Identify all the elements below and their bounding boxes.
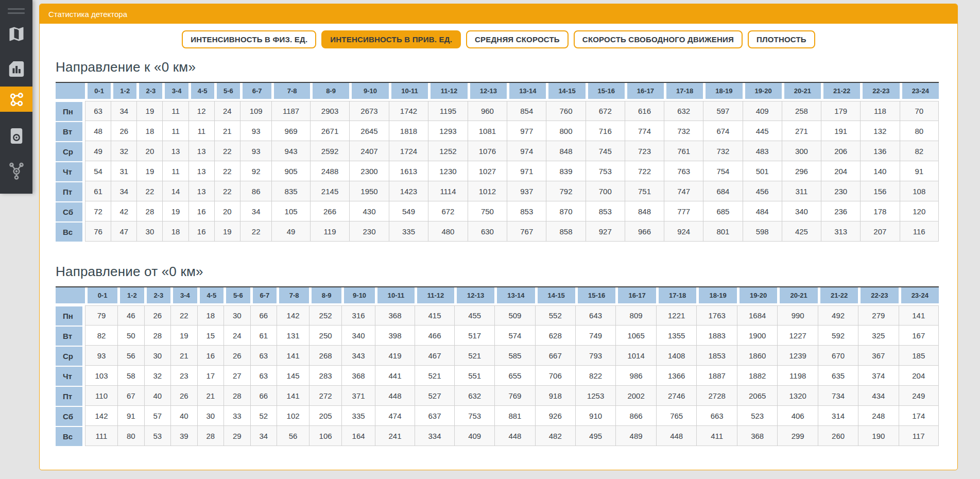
value-cell: 141 (277, 346, 309, 366)
value-cell: 552 (535, 305, 575, 326)
sidebar-item-camera[interactable] (0, 126, 32, 146)
value-cell: 700 (586, 181, 625, 201)
value-cell: 367 (858, 346, 898, 366)
value-cell: 92 (240, 161, 271, 181)
value-cell: 32 (111, 141, 136, 161)
table-row: Вс76473018161922491192303354806307678589… (56, 221, 939, 242)
value-cell: 248 (858, 406, 898, 426)
value-cell: 156 (860, 181, 899, 201)
value-cell: 839 (546, 161, 585, 181)
value-cell: 732 (664, 121, 703, 141)
value-cell: 455 (454, 305, 494, 326)
value-cell: 521 (454, 346, 494, 366)
tab-average-speed[interactable]: СРЕДНЯЯ СКОРОСТЬ (466, 30, 569, 48)
value-cell: 672 (586, 101, 625, 121)
corner-cell (56, 287, 85, 305)
value-cell: 18 (162, 221, 188, 242)
value-cell: 409 (743, 101, 782, 121)
value-cell: 313 (821, 221, 860, 242)
value-cell: 325 (858, 326, 898, 346)
bar-chart-icon (7, 60, 26, 78)
value-cell: 663 (696, 406, 737, 426)
value-cell: 52 (250, 406, 277, 426)
value-cell: 117 (899, 426, 939, 446)
value-cell: 1366 (656, 366, 697, 386)
day-label: Пн (56, 101, 85, 121)
value-cell: 82 (85, 326, 117, 346)
value-cell: 777 (664, 201, 703, 221)
sidebar-item-map[interactable] (0, 24, 32, 44)
tab-density[interactable]: ПЛОТНОСТЬ (748, 30, 815, 48)
hour-header: 5-6 (223, 287, 250, 305)
hour-header: 17-18 (664, 83, 703, 101)
value-cell: 597 (703, 101, 742, 121)
value-cell: 2746 (656, 386, 697, 406)
section-title: Направление от «0 км» (56, 264, 939, 280)
value-cell: 18 (197, 305, 224, 326)
value-cell: 551 (454, 366, 494, 386)
value-cell: 16 (188, 201, 214, 221)
value-cell: 990 (777, 305, 818, 326)
value-cell: 632 (664, 101, 703, 121)
value-cell: 39 (170, 426, 197, 446)
value-cell: 2488 (310, 161, 349, 181)
sidebar-item-network[interactable] (0, 158, 32, 183)
hamburger-menu-icon[interactable] (0, 4, 32, 18)
value-cell: 40 (170, 406, 197, 426)
hour-header: 16-17 (615, 287, 656, 305)
value-cell: 523 (737, 406, 778, 426)
hour-header: 3-4 (162, 83, 188, 101)
value-cell: 28 (197, 426, 224, 446)
sidebar-item-statistics[interactable] (0, 59, 32, 79)
tab-intensity-reduced[interactable]: ИНТЕНСИВНОСТЬ В ПРИВ. ЕД. (321, 30, 461, 48)
value-cell: 204 (821, 161, 860, 181)
value-cell: 760 (546, 101, 585, 121)
value-cell: 2673 (349, 101, 388, 121)
value-cell: 419 (375, 346, 415, 366)
value-cell: 82 (900, 141, 939, 161)
value-cell: 93 (85, 346, 117, 366)
value-cell: 103 (85, 366, 117, 386)
value-cell: 22 (214, 161, 240, 181)
value-cell: 141 (899, 305, 939, 326)
tab-free-flow-speed[interactable]: СКОРОСТЬ СВОБОДНОГО ДВИЖЕНИЯ (574, 30, 743, 48)
sidebar (0, 0, 32, 194)
value-cell: 142 (85, 406, 117, 426)
value-cell: 116 (900, 221, 939, 242)
value-cell: 17 (197, 366, 224, 386)
tab-intensity-physical[interactable]: ИНТЕНСИВНОСТЬ В ФИЗ. ЕД. (182, 30, 316, 48)
value-cell: 926 (535, 406, 575, 426)
value-cell: 1724 (389, 141, 428, 161)
sections-container: Направление к «0 км»0-11-22-33-44-55-66-… (40, 59, 957, 446)
value-cell: 1853 (696, 346, 737, 366)
value-cell: 1252 (428, 141, 467, 161)
value-cell: 32 (144, 366, 171, 386)
value-cell: 1230 (428, 161, 467, 181)
value-cell: 1012 (468, 181, 507, 201)
value-cell: 48 (85, 121, 111, 141)
value-cell: 80 (900, 121, 939, 141)
hour-header: 14-15 (535, 287, 575, 305)
value-cell: 848 (625, 201, 664, 221)
day-label: Вс (56, 426, 85, 446)
value-cell: 732 (703, 141, 742, 161)
value-cell: 2645 (349, 121, 388, 141)
value-cell: 495 (575, 426, 616, 446)
hour-header: 15-16 (575, 287, 616, 305)
value-cell: 425 (782, 221, 821, 242)
value-cell: 1860 (737, 346, 778, 366)
hour-header: 4-5 (188, 83, 214, 101)
value-cell: 205 (309, 406, 341, 426)
value-cell: 67 (117, 386, 144, 406)
value-cell: 1883 (696, 326, 737, 346)
value-cell: 848 (546, 141, 585, 161)
value-cell: 28 (136, 201, 162, 221)
value-cell: 2903 (310, 101, 349, 121)
value-cell: 398 (375, 326, 415, 346)
value-cell: 1081 (468, 121, 507, 141)
value-cell: 13 (188, 161, 214, 181)
value-cell: 2065 (737, 386, 778, 406)
value-cell: 517 (454, 326, 494, 346)
sidebar-item-detectors-active[interactable] (0, 87, 32, 112)
value-cell: 974 (507, 141, 546, 161)
